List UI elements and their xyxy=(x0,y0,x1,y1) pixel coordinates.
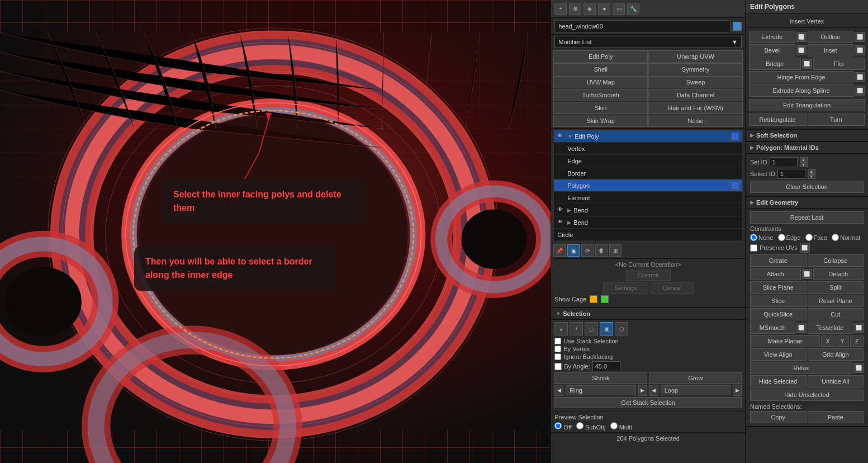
paste-button[interactable]: Paste xyxy=(808,411,864,423)
grow-button[interactable]: Grow xyxy=(649,372,742,384)
mod-btn-skin[interactable]: Skin xyxy=(553,102,648,114)
make-planar-button[interactable]: Make Planar xyxy=(750,335,820,347)
preserve-uvs-checkbox[interactable] xyxy=(750,244,757,252)
grid-align-button[interactable]: Grid Align xyxy=(808,348,864,361)
detach-button[interactable]: Detach xyxy=(813,268,864,280)
selection-section-header[interactable]: ▼ Selection xyxy=(551,308,745,320)
tessellate-button[interactable]: Tessellate xyxy=(808,322,853,334)
y-button[interactable]: Y xyxy=(836,336,849,347)
commit-button[interactable]: Commit xyxy=(626,270,671,281)
attach-button[interactable]: Attach xyxy=(750,268,801,280)
mod-btn-editpoly[interactable]: Edit Poly xyxy=(553,50,648,63)
utilities-icon[interactable]: 🔧 xyxy=(627,3,639,15)
hinge-settings-icon[interactable]: ⬜ xyxy=(855,72,865,82)
stack-element[interactable]: Element xyxy=(554,192,742,204)
select-id-up[interactable]: ▲ xyxy=(808,169,815,174)
mod-btn-hairfur[interactable]: Hair and Fur (WSM) xyxy=(648,102,743,114)
cancel-button[interactable]: Cancel xyxy=(651,282,693,294)
off-radio[interactable] xyxy=(554,422,562,429)
stack-vertex[interactable]: Vertex xyxy=(554,143,742,155)
bevel-settings-icon[interactable]: ⬜ xyxy=(796,45,807,55)
ring-next-button[interactable]: ▶ xyxy=(638,385,647,396)
none-radio[interactable] xyxy=(750,234,757,241)
stack-editpoly[interactable]: 👁 ▼ Edit Poly xyxy=(554,130,742,143)
hide-selected-button[interactable]: Hide Selected xyxy=(750,375,807,388)
extrude-button[interactable]: Extrude xyxy=(749,31,795,43)
extrude-settings-icon[interactable]: ⬜ xyxy=(796,32,807,42)
stack-bend1[interactable]: 👁 ▶ Bend xyxy=(554,204,742,216)
hinge-from-edge-button[interactable]: Hinge From Edge xyxy=(749,71,853,83)
unique-icon[interactable]: ⊞ xyxy=(609,244,622,257)
ring-prev-button[interactable]: ◀ xyxy=(554,385,563,396)
settings-button[interactable]: Settings xyxy=(603,282,649,294)
pin-icon[interactable]: 📌 xyxy=(553,244,566,257)
edit-triangulation-button[interactable]: Edit Triangulation xyxy=(749,99,865,111)
slice-button[interactable]: Slice xyxy=(750,295,807,307)
loop-button[interactable]: Loop xyxy=(661,385,731,395)
loop-next-button[interactable]: ▶ xyxy=(733,385,742,396)
cut-button[interactable]: Cut xyxy=(808,308,864,320)
split-button[interactable]: Split xyxy=(808,281,864,294)
mod-btn-skinwrap[interactable]: Skin Wrap xyxy=(553,115,648,127)
mod-btn-uvwmap[interactable]: UVW Map xyxy=(553,76,648,88)
by-vertex-checkbox[interactable] xyxy=(554,346,561,352)
x-button[interactable]: X xyxy=(821,336,834,347)
clear-selection-button[interactable]: Clear Selection xyxy=(750,181,864,193)
relax-button[interactable]: Relax xyxy=(750,362,852,374)
mod-btn-unwrap[interactable]: Unwrap UVW xyxy=(648,50,743,63)
tessellate-settings[interactable]: ⬜ xyxy=(853,323,864,333)
stack-eye-editpoly[interactable]: 👁 xyxy=(557,133,565,140)
cage-color-swatch1[interactable] xyxy=(590,295,597,303)
mod-btn-shell[interactable]: Shell xyxy=(553,63,648,75)
by-angle-input[interactable] xyxy=(592,361,620,371)
outline-settings-icon[interactable]: ⬜ xyxy=(855,32,865,42)
inset-button[interactable]: Inset xyxy=(808,44,854,56)
face-radio[interactable] xyxy=(805,234,813,241)
select-icon[interactable]: ▣ xyxy=(567,244,580,257)
shrink-button[interactable]: Shrink xyxy=(554,372,647,384)
set-id-down[interactable]: ▼ xyxy=(800,162,808,167)
repeat-last-button[interactable]: Repeat Last xyxy=(750,211,864,224)
display-icon[interactable]: ▭ xyxy=(613,3,625,15)
border-mode-icon[interactable]: ◻ xyxy=(585,322,598,336)
edge-mode-icon[interactable]: / xyxy=(570,322,583,336)
retriangulate-button[interactable]: Retriangulate xyxy=(749,114,807,126)
attach-settings[interactable]: ⬜ xyxy=(802,269,812,279)
vertex-mode-icon[interactable]: ⬧ xyxy=(554,322,568,336)
polygon-material-ids-header[interactable]: ▶ Polygon: Material IDs xyxy=(746,141,868,154)
get-stack-selection-button[interactable]: Get Stack Selection xyxy=(554,397,742,408)
bevel-button[interactable]: Bevel xyxy=(749,44,795,56)
ignore-backfacing-checkbox[interactable] xyxy=(554,353,561,360)
mod-btn-datachannel[interactable]: Data Channel xyxy=(648,89,743,101)
ring-button[interactable]: Ring xyxy=(566,385,635,395)
extrude-along-spline-button[interactable]: Extrude Along Spline xyxy=(749,84,853,97)
polygon-mode-icon[interactable]: ▣ xyxy=(600,322,613,336)
use-stack-selection-checkbox[interactable] xyxy=(554,338,561,344)
stack-border[interactable]: Border xyxy=(554,167,742,179)
turn-button[interactable]: Turn xyxy=(808,114,865,126)
view-align-button[interactable]: View Align xyxy=(750,348,807,361)
bridge-button[interactable]: Bridge xyxy=(749,58,801,70)
copy-button[interactable]: Copy xyxy=(750,411,807,423)
z-button[interactable]: Z xyxy=(850,336,864,347)
relax-settings[interactable]: ⬜ xyxy=(853,363,864,373)
reset-plane-button[interactable]: Reset Plane xyxy=(808,295,864,307)
subobj-radio[interactable] xyxy=(576,422,584,429)
mod-btn-noise[interactable]: Noise xyxy=(648,115,743,127)
slice-plane-button[interactable]: Slice Plane xyxy=(750,281,807,294)
edge-constraint-radio[interactable] xyxy=(778,234,785,241)
create-button[interactable]: Create xyxy=(750,254,807,267)
unhide-all-button[interactable]: Unhide All xyxy=(808,375,864,388)
msmooth-settings[interactable]: ⬜ xyxy=(796,323,807,333)
cage-color-swatch2[interactable] xyxy=(601,295,609,303)
hide-unselected-button[interactable]: Hide Unselected xyxy=(750,389,864,401)
soft-selection-header[interactable]: ▶ Soft Selection xyxy=(746,129,868,141)
transform-icon[interactable]: ⟳ xyxy=(581,244,594,257)
collapse-button[interactable]: Collapse xyxy=(808,254,864,267)
set-id-input[interactable] xyxy=(770,157,798,167)
preserve-uvs-settings[interactable]: ⬜ xyxy=(800,243,810,253)
msmooth-button[interactable]: MSmooth xyxy=(750,322,795,334)
set-id-up[interactable]: ▲ xyxy=(800,157,808,162)
stack-circle[interactable]: Circle xyxy=(554,229,742,241)
loop-prev-button[interactable]: ◀ xyxy=(649,385,658,396)
